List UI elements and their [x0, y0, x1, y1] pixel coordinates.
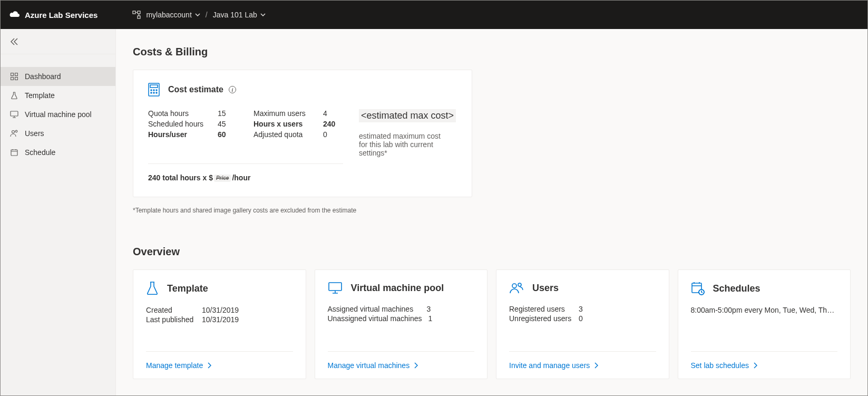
flask-icon	[10, 92, 18, 99]
breadcrumb-account[interactable]: mylabaccount	[146, 11, 200, 19]
price-placeholder-pill: Price	[214, 175, 231, 182]
template-published-value: 10/31/2019	[202, 315, 239, 324]
overview-section-title: Overview	[133, 246, 851, 258]
sidebar: Dashboard Template Virtual machine pool	[1, 29, 116, 395]
users-registered-value: 3	[579, 305, 583, 313]
svg-rect-1	[138, 11, 140, 14]
svg-rect-12	[150, 85, 158, 88]
svg-point-16	[151, 92, 152, 93]
svg-rect-7	[11, 111, 18, 116]
link-label: Set lab schedules	[691, 361, 749, 370]
sidebar-nav: Dashboard Template Virtual machine pool	[1, 54, 115, 162]
quota-hours-label: Quota hours	[148, 109, 189, 118]
template-published-label: Last published	[146, 315, 196, 324]
chevron-down-icon	[260, 13, 266, 16]
estimated-max-cost-caption: estimated maximum cost for this lab with…	[359, 132, 443, 157]
sidebar-item-users[interactable]: Users	[1, 124, 115, 143]
cost-card-title: Cost estimate	[168, 85, 223, 94]
adjusted-quota-value: 0	[323, 130, 338, 139]
sidebar-item-dashboard[interactable]: Dashboard	[1, 67, 115, 86]
flask-icon	[146, 282, 159, 295]
sidebar-item-label: Virtual machine pool	[25, 110, 92, 119]
sidebar-item-label: Dashboard	[25, 72, 61, 81]
users-icon	[10, 130, 18, 137]
manage-vm-link[interactable]: Manage virtual machines	[328, 351, 475, 379]
svg-point-17	[153, 92, 154, 93]
quota-hours-value: 15	[218, 109, 232, 118]
svg-point-13	[151, 90, 152, 91]
svg-point-8	[12, 131, 15, 133]
calendar-icon	[10, 149, 18, 156]
double-chevron-left-icon	[10, 38, 18, 45]
schedule-summary-text: 8:00am-5:00pm every Mon, Tue, Wed, Thu, …	[691, 306, 838, 314]
vm-unassigned-label: Unassigned virtual machines	[328, 314, 422, 323]
svg-rect-3	[11, 73, 14, 76]
svg-rect-4	[15, 73, 18, 76]
max-users-value: 4	[323, 109, 338, 118]
sidebar-item-template[interactable]: Template	[1, 86, 115, 105]
hours-per-user-value: 60	[218, 130, 232, 139]
link-label: Invite and manage users	[509, 361, 590, 370]
overview-card-users: Users Registered users3 Unregistered use…	[496, 269, 669, 379]
users-registered-label: Registered users	[509, 305, 572, 313]
chevron-right-icon	[753, 362, 757, 369]
info-icon[interactable]: i	[229, 86, 236, 93]
set-schedules-link[interactable]: Set lab schedules	[691, 351, 838, 379]
calendar-clock-icon	[691, 282, 705, 295]
users-icon	[509, 282, 524, 294]
scheduled-hours-value: 45	[218, 120, 232, 128]
breadcrumb: mylabaccount / Java 101 Lab	[132, 11, 265, 19]
hours-per-user-label: Hours/user	[148, 130, 187, 139]
app-logo: Azure Lab Services	[9, 11, 97, 20]
monitor-icon	[10, 111, 18, 118]
sidebar-item-label: Template	[25, 91, 55, 100]
svg-rect-0	[133, 11, 135, 14]
scheduled-hours-label: Scheduled hours	[148, 120, 203, 128]
manage-template-link[interactable]: Manage template	[146, 351, 293, 379]
svg-rect-5	[11, 78, 14, 80]
users-unregistered-label: Unregistered users	[509, 314, 572, 323]
svg-rect-19	[329, 283, 342, 291]
breadcrumb-separator: /	[206, 11, 208, 19]
link-label: Manage template	[146, 361, 203, 370]
total-line-prefix: 240 total hours x $	[148, 173, 213, 182]
overview-card-schedules: Schedules 8:00am-5:00pm every Mon, Tue, …	[678, 269, 851, 379]
svg-point-21	[518, 283, 521, 286]
svg-rect-6	[15, 78, 18, 80]
svg-point-20	[512, 284, 516, 288]
chevron-right-icon	[414, 362, 418, 369]
dashboard-icon	[10, 73, 18, 80]
app-name: Azure Lab Services	[25, 11, 97, 20]
main-content: Costs & Billing Cost estimate i Quota ho…	[116, 29, 867, 395]
vm-assigned-label: Assigned virtual machines	[328, 305, 421, 313]
overview-card-title: Template	[167, 283, 208, 294]
cost-footnote: *Template hours and shared image gallery…	[133, 207, 851, 214]
sidebar-item-schedule[interactable]: Schedule	[1, 143, 115, 162]
chevron-down-icon	[195, 13, 200, 16]
sidebar-item-vm-pool[interactable]: Virtual machine pool	[1, 105, 115, 124]
total-hours-line: 240 total hours x $Price/hour	[148, 163, 343, 182]
estimated-max-cost-placeholder: <estimated max cost>	[359, 109, 456, 122]
svg-point-15	[156, 90, 157, 91]
breadcrumb-lab[interactable]: Java 101 Lab	[213, 11, 266, 19]
svg-point-14	[153, 90, 154, 91]
top-bar: Azure Lab Services mylabaccount / Java 1…	[1, 1, 867, 29]
hours-x-users-label: Hours x users	[253, 120, 303, 128]
adjusted-quota-label: Adjusted quota	[253, 130, 303, 139]
vm-unassigned-value: 1	[428, 314, 432, 323]
svg-rect-2	[138, 16, 140, 18]
hierarchy-icon	[132, 11, 141, 19]
svg-point-9	[15, 130, 17, 132]
chevron-right-icon	[594, 362, 598, 369]
chevron-right-icon	[207, 362, 211, 369]
overview-card-title: Virtual machine pool	[351, 283, 444, 294]
cost-estimate-card: Cost estimate i Quota hours15 Scheduled …	[133, 70, 472, 197]
max-users-label: Maximum users	[253, 109, 306, 118]
calculator-icon	[148, 83, 160, 96]
manage-users-link[interactable]: Invite and manage users	[509, 351, 656, 379]
sidebar-collapse-button[interactable]	[1, 29, 115, 54]
link-label: Manage virtual machines	[328, 361, 410, 370]
overview-card-template: Template Created10/31/2019 Last publishe…	[133, 269, 306, 379]
svg-point-18	[156, 92, 157, 93]
hours-x-users-value: 240	[323, 120, 338, 128]
